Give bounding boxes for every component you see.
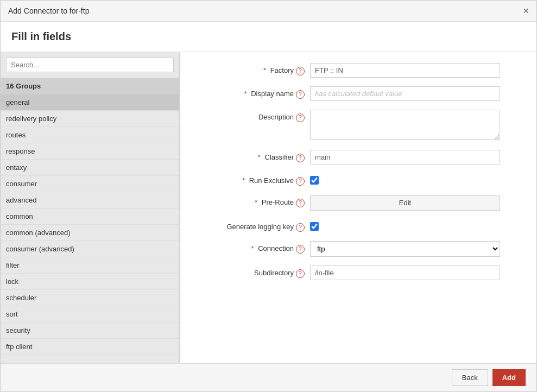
form-field-wrap-generate-logging-key — [310, 219, 319, 232]
form-row-classifier: * Classifier? — [201, 150, 515, 165]
help-icon-connection[interactable]: ? — [296, 245, 305, 254]
sidebar-items-list: generalredelivery policyroutesresponseen… — [1, 94, 179, 355]
sidebar-item-lock[interactable]: lock — [1, 274, 179, 290]
form-label-run-exclusive: * Run Exclusive? — [201, 173, 310, 186]
sidebar-item-response[interactable]: response — [1, 143, 179, 160]
sidebar-item-common[interactable]: common — [1, 208, 179, 225]
help-icon-run-exclusive[interactable]: ? — [296, 177, 305, 186]
textarea-description[interactable] — [310, 110, 500, 140]
form-row-factory: * Factory? — [201, 63, 515, 78]
form-field-wrap-run-exclusive — [310, 173, 319, 186]
required-star-pre-route: * — [255, 198, 260, 206]
back-button[interactable]: Back — [452, 369, 488, 386]
modal-container: Add Connector to for-ftp × Fill in field… — [0, 0, 537, 392]
sidebar-item-advanced[interactable]: advanced — [1, 192, 179, 208]
modal-body: 16 Groups generalredelivery policyroutes… — [1, 52, 536, 363]
add-button[interactable]: Add — [492, 369, 526, 386]
modal-header: Add Connector to for-ftp × — [1, 1, 536, 22]
form-label-generate-logging-key: Generate logging key? — [201, 219, 310, 232]
help-icon-description[interactable]: ? — [296, 113, 305, 122]
sidebar-item-scheduler[interactable]: scheduler — [1, 290, 179, 306]
form-label-connection: * Connection? — [201, 241, 310, 254]
form-label-description: Description? — [201, 110, 310, 122]
help-icon-classifier[interactable]: ? — [296, 154, 305, 162]
sidebar-item-entaxy[interactable]: entaxy — [1, 160, 179, 176]
search-container — [1, 52, 179, 78]
input-subdirectory[interactable] — [310, 265, 500, 280]
input-classifier[interactable] — [310, 150, 500, 165]
sidebar-item-ftp-client[interactable]: ftp client — [1, 339, 179, 355]
form-row-pre-route: * Pre-Route?Edit — [201, 195, 515, 211]
help-icon-subdirectory[interactable]: ? — [296, 269, 305, 278]
sidebar-item-consumer-(advanced)[interactable]: consumer (advanced) — [1, 241, 179, 257]
required-star-connection: * — [251, 244, 256, 252]
edit-button-pre-route[interactable]: Edit — [310, 195, 500, 211]
search-input[interactable] — [6, 58, 174, 72]
form-row-run-exclusive: * Run Exclusive? — [201, 173, 515, 186]
form-field-wrap-description — [310, 110, 500, 141]
help-icon-pre-route[interactable]: ? — [296, 199, 305, 207]
form-row-display-name: * Display name? — [201, 86, 515, 101]
modal-title: Add Connector to for-ftp — [8, 7, 89, 15]
checkbox-generate-logging-key[interactable] — [310, 222, 319, 231]
input-display-name[interactable] — [310, 86, 500, 101]
input-factory[interactable] — [310, 63, 500, 78]
form-label-pre-route: * Pre-Route? — [201, 195, 310, 207]
form-label-subdirectory: Subdirectory? — [201, 265, 310, 278]
help-icon-generate-logging-key[interactable]: ? — [296, 223, 305, 232]
main-content: * Factory?* Display name?Description?* C… — [180, 52, 536, 363]
close-button[interactable]: × — [523, 6, 529, 16]
sidebar-item-redelivery-policy[interactable]: redelivery policy — [1, 111, 179, 127]
required-star-classifier: * — [258, 153, 263, 161]
form-field-wrap-subdirectory — [310, 265, 500, 280]
sidebar-item-sort[interactable]: sort — [1, 306, 179, 323]
form-label-display-name: * Display name? — [201, 86, 310, 99]
required-star-run-exclusive: * — [242, 176, 247, 185]
sidebar-item-general[interactable]: general — [1, 94, 179, 111]
form-row-generate-logging-key: Generate logging key? — [201, 219, 515, 232]
modal-subtitle: Fill in fields — [1, 22, 536, 52]
form-field-wrap-pre-route: Edit — [310, 195, 500, 211]
form-field-wrap-connection: ftp — [310, 241, 500, 257]
sidebar-item-filter[interactable]: filter — [1, 257, 179, 274]
form-label-classifier: * Classifier? — [201, 150, 310, 162]
form-field-wrap-classifier — [310, 150, 500, 165]
form-row-subdirectory: Subdirectory? — [201, 265, 515, 280]
form-container: * Factory?* Display name?Description?* C… — [201, 63, 515, 280]
form-field-wrap-factory — [310, 63, 500, 78]
sidebar-item-consumer[interactable]: consumer — [1, 176, 179, 192]
required-star-display-name: * — [244, 90, 249, 98]
select-connection[interactable]: ftp — [310, 241, 500, 257]
checkbox-run-exclusive[interactable] — [310, 176, 319, 185]
form-row-description: Description? — [201, 110, 515, 141]
sidebar: 16 Groups generalredelivery policyroutes… — [1, 52, 180, 363]
modal-footer: Back Add — [1, 363, 536, 391]
help-icon-factory[interactable]: ? — [296, 67, 305, 75]
sidebar-item-common-(advanced)[interactable]: common (advanced) — [1, 225, 179, 241]
sidebar-item-security[interactable]: security — [1, 323, 179, 339]
help-icon-display-name[interactable]: ? — [296, 90, 305, 99]
required-star-factory: * — [263, 66, 268, 74]
form-field-wrap-display-name — [310, 86, 500, 101]
form-row-connection: * Connection?ftp — [201, 241, 515, 257]
groups-header: 16 Groups — [1, 78, 179, 94]
sidebar-item-routes[interactable]: routes — [1, 127, 179, 143]
form-label-factory: * Factory? — [201, 63, 310, 75]
